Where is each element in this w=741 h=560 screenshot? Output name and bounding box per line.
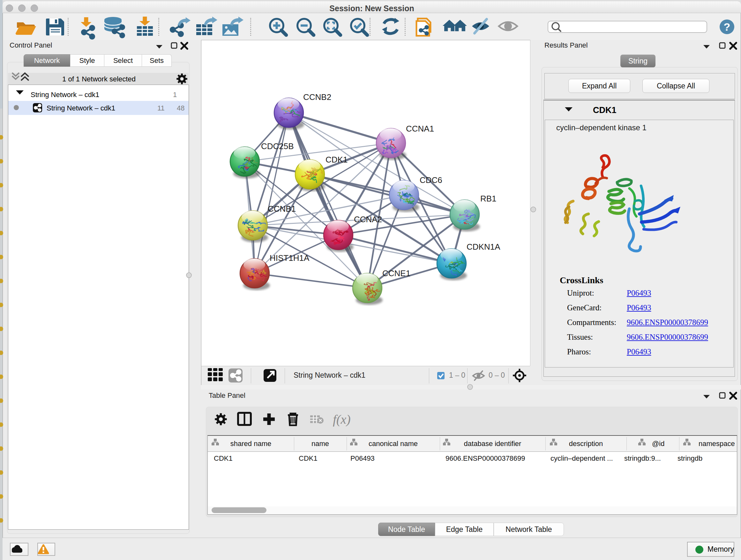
svg-text:CCNB1: CCNB1 [268,204,296,213]
svg-text:CCNA1: CCNA1 [406,124,434,133]
svg-text:CCNA2: CCNA2 [354,214,382,224]
svg-text:CDK1: CDK1 [326,155,347,165]
svg-text:CCNB2: CCNB2 [303,92,331,102]
svg-text:CDC6: CDC6 [420,175,442,185]
svg-text:RB1: RB1 [480,194,496,203]
svg-text:CDKN1A: CDKN1A [467,242,500,252]
svg-text:HIST1H1A: HIST1H1A [270,253,310,263]
svg-text:CCNE1: CCNE1 [382,268,410,278]
svg-text:CDC25B: CDC25B [261,141,294,151]
